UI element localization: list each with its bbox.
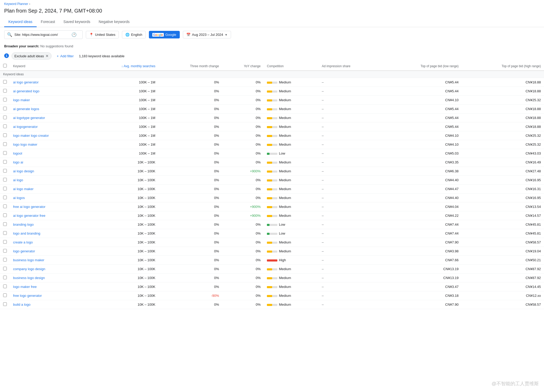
- remove-filter-icon[interactable]: ✕: [46, 54, 49, 58]
- tab-keyword-ideas[interactable]: Keyword ideas: [4, 17, 37, 27]
- row-checkbox[interactable]: [3, 107, 7, 110]
- row-checkbox[interactable]: [3, 187, 7, 190]
- breadcrumb-label: Keyword Planner: [4, 2, 28, 6]
- table-row: ai generate logos100K – 1M0%0%Medium–CN¥…: [0, 105, 544, 113]
- row-checkbox[interactable]: [3, 302, 7, 306]
- avg-monthly-cell: 100K – 1M: [86, 131, 159, 140]
- row-checkbox[interactable]: [3, 204, 7, 208]
- three-month-col-header[interactable]: Three month change: [159, 62, 222, 71]
- row-checkbox[interactable]: [3, 240, 7, 244]
- row-checkbox[interactable]: [3, 80, 7, 84]
- search-input[interactable]: [14, 33, 69, 37]
- row-checkbox-cell: [0, 149, 10, 158]
- three-month-cell: 0%: [159, 247, 222, 256]
- bid-low-col-header[interactable]: Top of page bid (low range): [382, 62, 462, 71]
- network-button[interactable]: Google Google: [149, 31, 180, 38]
- ad-impression-col-header[interactable]: Ad impression share: [319, 62, 382, 71]
- row-checkbox[interactable]: [3, 276, 7, 279]
- keyword-link[interactable]: ai logo: [13, 178, 23, 182]
- row-checkbox-cell: [0, 202, 10, 211]
- row-checkbox[interactable]: [3, 116, 7, 119]
- bid-low-cell: CN¥4.40: [382, 176, 462, 185]
- row-checkbox[interactable]: [3, 142, 7, 146]
- location-button[interactable]: 📍 United States: [86, 31, 119, 38]
- row-checkbox[interactable]: [3, 213, 7, 217]
- row-checkbox[interactable]: [3, 151, 7, 155]
- row-checkbox[interactable]: [3, 267, 7, 270]
- row-checkbox[interactable]: [3, 258, 7, 262]
- row-checkbox[interactable]: [3, 285, 7, 288]
- keyword-link[interactable]: branding logo: [13, 223, 34, 226]
- avg-monthly-cell: 10K – 100K: [86, 247, 159, 256]
- three-month-cell: 0%: [159, 149, 222, 158]
- competition-col-header[interactable]: Competition: [264, 62, 319, 71]
- keyword-link[interactable]: build a logo: [13, 303, 31, 306]
- keyword-link[interactable]: free logo generator: [13, 294, 42, 298]
- date-range-button[interactable]: 📅 Aug 2023 – Jul 2024 ▼: [183, 31, 231, 38]
- row-checkbox[interactable]: [3, 249, 7, 253]
- clear-search-icon[interactable]: 🕐: [71, 32, 77, 37]
- keyword-cell: ai logotype generator: [10, 113, 86, 122]
- keyword-link[interactable]: logool: [13, 151, 22, 155]
- keyword-col-header[interactable]: Keyword: [10, 62, 86, 71]
- keyword-link[interactable]: ai logo generator free: [13, 214, 46, 218]
- select-all-checkbox[interactable]: [3, 64, 7, 67]
- keyword-link[interactable]: ai logo design: [13, 169, 34, 173]
- keyword-link[interactable]: ai logo maker: [13, 187, 33, 191]
- row-checkbox[interactable]: [3, 196, 7, 199]
- keyword-link[interactable]: ai generated logo: [13, 89, 39, 93]
- row-checkbox-cell: [0, 167, 10, 176]
- keyword-link[interactable]: logo generator: [13, 249, 35, 253]
- row-checkbox[interactable]: [3, 89, 7, 93]
- keyword-link[interactable]: business logo design: [13, 276, 45, 280]
- select-all-header[interactable]: [0, 62, 10, 71]
- broaden-label: Broaden your search:: [4, 44, 39, 48]
- tab-saved-keywords[interactable]: Saved keywords: [59, 17, 94, 27]
- language-button[interactable]: 🌐 English: [122, 31, 146, 38]
- add-filter-button[interactable]: + Add filter: [54, 53, 76, 59]
- keyword-link[interactable]: logo ai: [13, 160, 23, 164]
- keyword-link[interactable]: business logo maker: [13, 258, 44, 262]
- filter-bar: 1 Exclude adult ideas ✕ + Add filter 1,1…: [0, 50, 544, 62]
- keyword-cell: build a logo: [10, 300, 86, 309]
- keyword-link[interactable]: logo maker free: [13, 285, 37, 289]
- row-checkbox[interactable]: [3, 98, 7, 101]
- keyword-link[interactable]: ai generate logos: [13, 107, 39, 111]
- tab-negative-keywords[interactable]: Negative keywords: [94, 17, 134, 27]
- keyword-link[interactable]: logo logo maker: [13, 143, 37, 146]
- table-row: ai logo generator free10K – 100K0%+900%M…: [0, 211, 544, 220]
- keyword-link[interactable]: logo and branding: [13, 231, 40, 235]
- keyword-link[interactable]: logo maker logo creator: [13, 134, 49, 138]
- bid-high-cell: CN¥58.57: [462, 300, 544, 309]
- search-box[interactable]: 🔍 🕐: [4, 30, 83, 39]
- row-checkbox[interactable]: [3, 231, 7, 235]
- table-row: ai generated logo100K – 1M0%0%Medium–CN¥…: [0, 87, 544, 96]
- bid-low-cell: CN¥13.19: [382, 265, 462, 274]
- breadcrumb[interactable]: Keyword Planner ›: [4, 2, 540, 6]
- keyword-link[interactable]: ai logotype generator: [13, 116, 45, 120]
- keyword-link[interactable]: ai logo generator: [13, 80, 39, 84]
- row-checkbox[interactable]: [3, 293, 7, 297]
- bid-high-col-header[interactable]: Top of page bid (high range): [462, 62, 544, 71]
- row-checkbox[interactable]: [3, 178, 7, 181]
- tab-forecast[interactable]: Forecast: [37, 17, 59, 27]
- keyword-cell: free ai logo generator: [10, 202, 86, 211]
- avg-monthly-col-header[interactable]: ↓ Avg. monthly searches: [86, 62, 159, 71]
- row-checkbox[interactable]: [3, 160, 7, 164]
- keyword-link[interactable]: logo maker: [13, 98, 30, 102]
- keyword-link[interactable]: ai logos: [13, 196, 25, 200]
- yoy-cell: 0%: [222, 78, 264, 87]
- exclude-adult-filter[interactable]: Exclude adult ideas ✕: [12, 52, 52, 60]
- keyword-link[interactable]: company logo design: [13, 267, 45, 271]
- keyword-link[interactable]: free ai logo generator: [13, 205, 46, 209]
- yoy-col-header[interactable]: YoY change: [222, 62, 264, 71]
- row-checkbox[interactable]: [3, 169, 7, 173]
- bid-high-cell: CN¥14.45: [462, 282, 544, 291]
- keyword-link[interactable]: create a logo: [13, 240, 33, 244]
- row-checkbox[interactable]: [3, 133, 7, 137]
- ad-impression-cell: –: [319, 96, 382, 105]
- keyword-link[interactable]: ai logogenerator: [13, 125, 38, 129]
- row-checkbox-cell: [0, 211, 10, 220]
- row-checkbox[interactable]: [3, 124, 7, 128]
- row-checkbox[interactable]: [3, 222, 7, 226]
